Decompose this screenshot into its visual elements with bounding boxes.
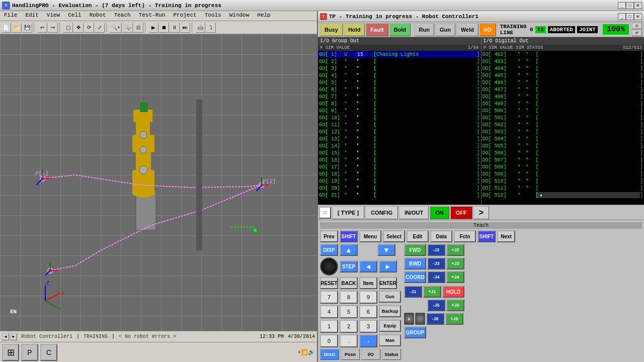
io-inout-btn[interactable]: IN/OUT: [399, 206, 429, 219]
tb-save[interactable]: 💾: [22, 23, 32, 33]
io-do-494[interactable]: DO[ 494] * * []: [481, 65, 645, 72]
menu-file[interactable]: File: [0, 11, 21, 21]
io-do-509[interactable]: DO[ 509] * * []: [481, 170, 645, 177]
num4-button[interactable]: 4: [320, 305, 338, 318]
io-group-row-9[interactable]: GO[ 9] * * []: [318, 107, 481, 114]
num8-button[interactable]: 8: [340, 291, 358, 304]
tb-fit[interactable]: ⊡: [133, 23, 143, 33]
scroll-right[interactable]: ►: [10, 333, 17, 340]
io-do-492[interactable]: DO[ 492] * * []: [481, 51, 645, 58]
io-do-502[interactable]: DO[ 502] * * []: [481, 121, 645, 128]
backup-button[interactable]: Backup: [379, 305, 401, 317]
status-fault[interactable]: Fault: [366, 23, 388, 36]
maximize-button[interactable]: □: [626, 2, 634, 9]
tp-minimize[interactable]: _: [618, 13, 626, 20]
next-button[interactable]: Next: [497, 230, 515, 242]
io-type-btn[interactable]: [ TYPE ]: [332, 206, 364, 219]
tb-open[interactable]: 📂: [12, 23, 22, 33]
io-off-btn[interactable]: OFF: [450, 206, 472, 219]
tb-move[interactable]: ✥: [73, 23, 84, 33]
data-button[interactable]: Data: [430, 230, 452, 242]
side-btn2[interactable]: iP: [632, 30, 642, 36]
tb-undo[interactable]: ↩: [37, 23, 47, 33]
io-config-btn[interactable]: CONFIG: [365, 206, 398, 219]
io-do-511[interactable]: DO[ 511] * * []: [481, 185, 645, 192]
status-hold[interactable]: Hold: [344, 23, 365, 36]
equip-button[interactable]: Equip: [379, 320, 401, 332]
jog-up-button[interactable]: ▲: [340, 244, 358, 256]
io-group-row-4[interactable]: GO[ 4] * * []: [318, 72, 481, 79]
io-do-500[interactable]: DO[ 500] * * []: [481, 107, 645, 114]
tp-maximize[interactable]: □: [626, 13, 634, 20]
shift-right-button[interactable]: SHIFT: [477, 230, 496, 242]
enter-button[interactable]: ENTER: [379, 277, 397, 289]
prev-button[interactable]: Prev: [320, 230, 338, 242]
j6p-button[interactable]: +J6: [445, 313, 463, 325]
num2-button[interactable]: 2: [340, 320, 358, 333]
menu-testrun[interactable]: Test-Run: [135, 11, 170, 21]
io-do-497[interactable]: DO[ 497] * * []: [481, 86, 645, 93]
num3-button[interactable]: 3: [359, 320, 377, 333]
io-on-btn[interactable]: ON: [430, 206, 449, 219]
j2n-button[interactable]: -J2: [427, 244, 445, 256]
tb-stop[interactable]: ⏹: [159, 23, 169, 33]
j5n-button[interactable]: -J5: [427, 299, 445, 311]
status-gun[interactable]: Gun: [435, 23, 455, 36]
status-io[interactable]: I/O: [479, 23, 496, 36]
io-group-row-14[interactable]: GO[ 14] * * []: [318, 142, 481, 149]
tb-robot[interactable]: 🤖: [195, 23, 205, 33]
io-do-495[interactable]: DO[ 495] * * []: [481, 72, 645, 79]
j1p-button[interactable]: +J1: [423, 286, 441, 298]
tb-step[interactable]: ⏭: [180, 23, 190, 33]
menu-tools[interactable]: Tools: [201, 11, 225, 21]
tb-scale[interactable]: ⤢: [95, 23, 105, 33]
status-diag-button[interactable]: Status: [382, 349, 401, 360]
menu-project[interactable]: Project: [169, 11, 200, 21]
dot-button[interactable]: .: [340, 334, 358, 347]
num5-button[interactable]: 5: [340, 305, 358, 318]
io-do-499[interactable]: DO[ 499] * * []: [481, 100, 645, 107]
io-group-row-15[interactable]: GO[ 15] * * []: [318, 149, 481, 156]
io-do-501[interactable]: DO[ 501] * * []: [481, 114, 645, 121]
tb-new[interactable]: 📄: [1, 23, 11, 33]
j1n-button[interactable]: -J1: [404, 286, 422, 298]
menu-teach[interactable]: Teach: [110, 11, 135, 21]
tb-zoom-out[interactable]: 🔍-: [122, 23, 133, 33]
j6n-button[interactable]: -J6: [426, 313, 444, 325]
io-group-row-10[interactable]: GO[ 10] * * []: [318, 114, 481, 121]
select-button[interactable]: Select: [383, 230, 405, 242]
menu-button[interactable]: Menu: [359, 230, 381, 242]
tb-play[interactable]: ▶: [148, 23, 158, 33]
num9-button[interactable]: 9: [359, 291, 377, 304]
menu-robot[interactable]: Robot: [86, 11, 110, 21]
io-do-504[interactable]: DO[ 504] * * []: [481, 135, 645, 142]
status-run[interactable]: Run: [415, 23, 434, 36]
jog-right-button[interactable]: ►: [379, 260, 397, 273]
io-square-btn[interactable]: □: [319, 207, 331, 219]
io-group-row-13[interactable]: GO[ 13] * * []: [318, 135, 481, 142]
jog-down-button[interactable]: ▼: [377, 244, 395, 256]
io-do-493[interactable]: DO[ 493] * * []: [481, 58, 645, 65]
io-group-row-5[interactable]: GO[ 5] * * []: [318, 79, 481, 86]
gun-button[interactable]: Gun: [379, 291, 401, 303]
taskbar-icon2[interactable]: C: [40, 344, 57, 361]
diag-button[interactable]: DIAG: [320, 349, 339, 360]
taskbar-icon1[interactable]: P: [21, 344, 38, 361]
num1-button[interactable]: 1: [320, 320, 338, 333]
menu-cell[interactable]: Cell: [64, 11, 85, 21]
io-do-507[interactable]: DO[ 507] * * []: [481, 156, 645, 163]
fctn-button[interactable]: Fctn: [454, 230, 476, 242]
j4p-button[interactable]: +J4: [446, 271, 464, 283]
tb-redo[interactable]: ↪: [48, 23, 58, 33]
io-do-503[interactable]: DO[ 503] * * []: [481, 128, 645, 135]
j3p-button[interactable]: +J3: [446, 257, 464, 269]
io-group-row-12[interactable]: GO[ 12] * * []: [318, 128, 481, 135]
j4n-button[interactable]: -J4: [427, 271, 445, 283]
io-do-510[interactable]: DO[ 510] * * []: [481, 177, 645, 185]
reset-button[interactable]: RESET: [320, 277, 338, 289]
hold-button[interactable]: HOLD: [442, 286, 464, 298]
bwd-button[interactable]: BWD: [404, 257, 426, 269]
io-group-row-18[interactable]: GO[ 18] * * []: [318, 170, 481, 177]
io-next-btn[interactable]: >: [473, 206, 489, 219]
tp-close[interactable]: ✕: [634, 13, 642, 20]
